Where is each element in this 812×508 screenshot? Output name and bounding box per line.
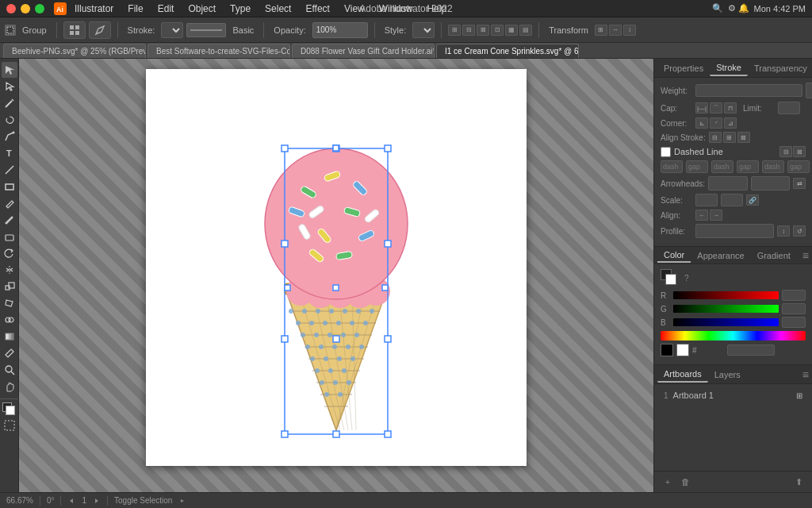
next-page-icon[interactable]: [93, 497, 101, 505]
artboard-tool[interactable]: [2, 418, 17, 433]
pen-tool-btn[interactable]: [89, 21, 111, 39]
b-value-input[interactable]: [782, 317, 806, 328]
dash3-input[interactable]: [762, 160, 784, 173]
eraser-tool[interactable]: [2, 229, 17, 244]
arrowhead-end[interactable]: [751, 176, 790, 190]
eyedropper-tool[interactable]: [2, 345, 17, 361]
transform-btn3[interactable]: ↕: [623, 25, 636, 36]
artboard-options-icon[interactable]: ⊞: [796, 391, 802, 400]
toggle-selection-label[interactable]: Toggle Selection: [114, 496, 172, 505]
align-center-btn[interactable]: ⊟: [462, 25, 475, 36]
close-button[interactable]: [6, 4, 16, 13]
paintbrush-tool[interactable]: [2, 195, 17, 211]
maximize-button[interactable]: [35, 4, 44, 13]
gap2-input[interactable]: [737, 160, 759, 173]
tab-appearance[interactable]: Appearance: [691, 249, 750, 262]
gap1-input[interactable]: [686, 160, 708, 173]
mirror-tool[interactable]: [2, 262, 17, 278]
r-value-input[interactable]: [782, 290, 806, 301]
dashed-line-checkbox[interactable]: [661, 147, 671, 157]
align-inside-stroke-btn[interactable]: ⊞: [723, 132, 736, 143]
arrange-icons[interactable]: [63, 21, 86, 39]
transform-btn2[interactable]: ↔: [609, 25, 622, 36]
menu-edit[interactable]: Edit: [151, 2, 181, 16]
align-outside-stroke-btn[interactable]: ⊠: [737, 132, 750, 143]
free-transform-tool[interactable]: [2, 295, 17, 311]
cap-butt-btn[interactable]: |—|: [695, 102, 708, 114]
menu-type[interactable]: Type: [224, 2, 257, 16]
delete-artboard-btn[interactable]: 🗑: [678, 475, 692, 489]
zoom-tool[interactable]: [2, 362, 17, 378]
scale-tool[interactable]: [2, 279, 17, 294]
menu-effect[interactable]: Effect: [299, 2, 335, 16]
hex-input[interactable]: [727, 344, 775, 356]
align-left-btn[interactable]: ⊞: [448, 25, 461, 36]
rotate-tool[interactable]: [2, 245, 17, 261]
direct-select-tool[interactable]: [2, 79, 17, 94]
line-tool[interactable]: [2, 162, 17, 178]
color-panel-menu-icon[interactable]: ≡: [802, 249, 809, 262]
menu-select[interactable]: Select: [259, 2, 297, 16]
corner-bevel-btn[interactable]: ⊿: [724, 117, 737, 129]
select-tool[interactable]: [2, 62, 17, 78]
tab-color[interactable]: Color: [657, 248, 691, 263]
align-top-btn[interactable]: ⊡: [491, 25, 504, 36]
align-right-btn[interactable]: ⊠: [477, 25, 489, 36]
color-spectrum[interactable]: [661, 331, 806, 341]
white-swatch[interactable]: [676, 344, 689, 356]
profile-flip-btn[interactable]: ↕: [777, 225, 790, 237]
g-channel-bar[interactable]: [673, 305, 779, 313]
gradient-tool[interactable]: [2, 329, 17, 344]
align-middle-btn[interactable]: ▦: [505, 25, 518, 36]
scale-link-btn[interactable]: 🔗: [746, 194, 759, 206]
collapse-icon[interactable]: ⬆: [791, 475, 806, 489]
dash1-input[interactable]: [661, 160, 683, 173]
panel-collapse-btn[interactable]: ⬆: [791, 475, 806, 489]
shape-builder-tool[interactable]: [2, 312, 17, 328]
minimize-button[interactable]: [21, 4, 30, 13]
rectangle-tool[interactable]: [2, 179, 17, 194]
profile-preview[interactable]: [695, 224, 774, 238]
artboards-menu-icon[interactable]: ≡: [802, 368, 809, 381]
add-artboard-btn[interactable]: +: [661, 475, 675, 489]
arrowhead-start[interactable]: [708, 176, 747, 190]
corner-round-btn[interactable]: ◜: [710, 117, 722, 129]
weight-unit-select[interactable]: pt: [806, 83, 812, 98]
tab-flower[interactable]: D088 Flower Vase Gift Card Holder.ai* @ …: [292, 44, 435, 58]
tab-transparency[interactable]: Transparency: [748, 61, 812, 75]
transform-label[interactable]: Transform: [546, 25, 592, 35]
corner-miter-btn[interactable]: ⊾: [695, 117, 708, 129]
menu-file[interactable]: File: [121, 2, 149, 16]
cap-square-btn[interactable]: ⊓: [724, 102, 737, 114]
dash-style-1-btn[interactable]: ⊟: [779, 146, 792, 157]
stroke-select[interactable]: [161, 22, 183, 38]
cap-round-btn[interactable]: ⌒: [710, 102, 722, 114]
tab-software[interactable]: Best Software-to-create-SVG-Files-Cover.…: [147, 44, 290, 58]
no-fill-icon[interactable]: ?: [684, 274, 689, 283]
canvas-area[interactable]: [19, 59, 653, 492]
scale-start-input[interactable]: [695, 194, 718, 206]
menu-object[interactable]: Object: [182, 2, 222, 16]
tab-artboards[interactable]: Artboards: [657, 367, 708, 383]
fill-color-swatch[interactable]: [665, 274, 676, 285]
r-channel-bar[interactable]: [673, 291, 779, 299]
prev-page-icon[interactable]: [67, 497, 75, 505]
transform-btn1[interactable]: ⊞: [595, 25, 607, 36]
hand-tool[interactable]: [2, 379, 17, 394]
fill-swatch[interactable]: [6, 406, 15, 415]
magic-wand-tool[interactable]: [2, 95, 17, 111]
align-center-stroke-btn[interactable]: ⊟: [709, 132, 722, 143]
limit-input[interactable]: [778, 102, 800, 114]
dash-style-2-btn[interactable]: ⊠: [793, 146, 806, 157]
tab-beehive[interactable]: Beehive-PNG.svg* @ 25% (RGB/Previ... ×: [3, 44, 146, 58]
artboard-item-1[interactable]: 1 Artboard 1 ⊞: [661, 389, 806, 402]
lasso-tool[interactable]: [2, 112, 17, 128]
dash2-input[interactable]: [711, 160, 733, 173]
align-bottom-btn[interactable]: ▤: [519, 25, 532, 36]
tab-properties[interactable]: Properties: [657, 61, 710, 75]
menu-illustrator[interactable]: Illustrator: [68, 2, 120, 16]
weight-input[interactable]: [695, 84, 802, 97]
pen-tool[interactable]: [2, 129, 17, 144]
tab-icecream[interactable]: I1 ce Cream Cone Sprinkles.svg* @ 66.67%…: [436, 44, 579, 58]
b-channel-bar[interactable]: [673, 318, 779, 326]
